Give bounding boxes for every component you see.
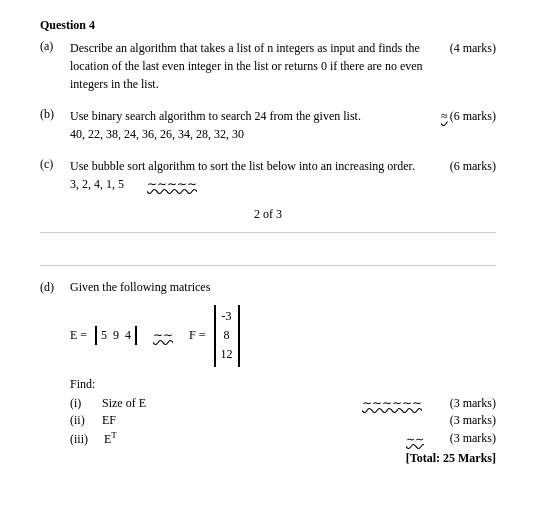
part-c-text2: 3, 2, 4, 1, 5 bbox=[70, 177, 124, 191]
find-iii-wavy: ∼∼ bbox=[406, 433, 424, 446]
find-iii-superscript: T bbox=[111, 430, 117, 440]
find-i-desc: Size of E bbox=[102, 396, 362, 411]
total-marks: [Total: 25 Marks] bbox=[70, 451, 496, 466]
find-ii-label: (ii) bbox=[70, 413, 86, 428]
find-iii-label: (iii) bbox=[70, 432, 88, 447]
part-a-marks: (4 marks) bbox=[436, 39, 496, 57]
question-title: Question 4 bbox=[40, 18, 496, 33]
part-b-label: (b) bbox=[40, 107, 70, 143]
f-matrix: -3 8 12 bbox=[214, 305, 240, 367]
find-ii-marks: (3 marks) bbox=[426, 413, 496, 428]
part-c-marks: (6 marks) bbox=[436, 157, 496, 175]
part-a-label: (a) bbox=[40, 39, 70, 93]
find-iii-marks: (3 marks) bbox=[426, 431, 496, 446]
page-divider bbox=[40, 232, 496, 233]
e-val-3: 4 bbox=[125, 328, 131, 343]
part-d-content: Given the following matrices E = 5 9 4 ∼… bbox=[70, 280, 496, 466]
find-section: Find: (i) Size of E ∼∼∼∼∼∼ (3 marks) (ii… bbox=[70, 377, 496, 466]
page-number: 2 of 3 bbox=[40, 207, 496, 222]
part-b-text1: Use binary search algorithm to search 24… bbox=[70, 109, 361, 123]
part-d-label: (d) bbox=[40, 280, 70, 466]
find-ii-row: (ii) EF (3 marks) bbox=[70, 413, 496, 428]
part-b-wavy: ≈ bbox=[441, 107, 448, 125]
part-c-wavy: ∼∼∼∼∼ bbox=[147, 177, 197, 191]
find-ii-desc: EF bbox=[102, 413, 264, 428]
e-val-2: 9 bbox=[113, 328, 119, 343]
part-d: (d) Given the following matrices E = 5 9… bbox=[40, 280, 496, 466]
part-c-text1: Use bubble sort algorithm to sort the li… bbox=[70, 159, 415, 173]
matrix-wavy: ∼∼ bbox=[153, 328, 173, 343]
part-d-intro: Given the following matrices bbox=[70, 280, 496, 295]
part-c-content: Use bubble sort algorithm to sort the li… bbox=[70, 157, 496, 193]
find-iii-row: (iii) ET ∼∼ (3 marks) bbox=[70, 430, 496, 447]
part-a: (a) Describe an algorithm that takes a l… bbox=[40, 39, 496, 93]
find-label: Find: bbox=[70, 377, 496, 392]
part-a-text3: integers in the list. bbox=[70, 77, 159, 91]
part-b: (b) Use binary search algorithm to searc… bbox=[40, 107, 496, 143]
f-val-3: 12 bbox=[221, 345, 233, 364]
f-val-1: -3 bbox=[222, 307, 232, 326]
find-i-label: (i) bbox=[70, 396, 86, 411]
matrices-row: E = 5 9 4 ∼∼ F = -3 8 12 bbox=[70, 305, 496, 367]
page-bottom: (d) Given the following matrices E = 5 9… bbox=[0, 249, 536, 484]
part-c: (c) Use bubble sort algorithm to sort th… bbox=[40, 157, 496, 193]
part-a-text1: Describe an algorithm that takes a list … bbox=[70, 41, 420, 55]
part-a-text2: location of the last even integer in the… bbox=[70, 59, 423, 73]
section-divider bbox=[40, 265, 496, 266]
page-top: Question 4 (a) Describe an algorithm tha… bbox=[0, 0, 536, 249]
find-i-wavy: ∼∼∼∼∼∼ bbox=[362, 396, 422, 411]
f-val-2: 8 bbox=[224, 326, 230, 345]
find-iii-desc: ET bbox=[104, 430, 255, 447]
part-a-content: Describe an algorithm that takes a list … bbox=[70, 39, 496, 93]
part-c-label: (c) bbox=[40, 157, 70, 193]
part-b-marks: (6 marks) bbox=[450, 107, 496, 125]
find-i-row: (i) Size of E ∼∼∼∼∼∼ (3 marks) bbox=[70, 396, 496, 411]
part-b-content: Use binary search algorithm to search 24… bbox=[70, 107, 496, 143]
e-label: E = bbox=[70, 328, 87, 343]
e-val-1: 5 bbox=[101, 328, 107, 343]
part-b-text2: 40, 22, 38, 24, 36, 26, 34, 28, 32, 30 bbox=[70, 127, 244, 141]
f-label: F = bbox=[189, 328, 205, 343]
find-i-marks: (3 marks) bbox=[426, 396, 496, 411]
e-matrix: 5 9 4 bbox=[95, 326, 137, 345]
